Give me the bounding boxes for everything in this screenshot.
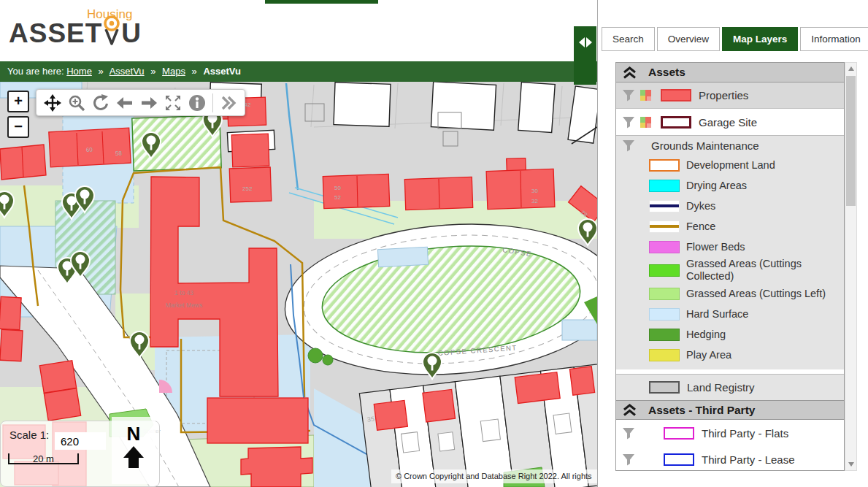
panel-collapse-toggle[interactable] [574,26,596,85]
scale-input[interactable] [55,432,106,450]
layer-row-hedging[interactable]: Hedging [616,324,844,345]
layer-row-third-party-flats[interactable]: Third Party - Flats [616,420,844,446]
breadcrumb-home[interactable]: Home [66,66,92,77]
swatch-third-party-lease [664,453,694,466]
swatch-hard-surface [649,308,680,321]
layer-row-flower-beds[interactable]: Flower Beds [616,237,844,257]
scale-panel: Scale 1: 20 m N [0,421,160,487]
toolbar-separator [212,93,213,112]
logo-housing: Housing [87,7,132,22]
layer-row-fence[interactable]: Fence [616,216,844,237]
swatch-garage-site [661,116,691,129]
layer-row-dykes[interactable]: Dykes [616,196,844,216]
north-arrow-icon [120,445,147,471]
swatch-grassed-left [649,288,680,300]
scale-bar: 20 m [8,453,79,464]
svg-text:60: 60 [86,147,93,153]
collapse-section-icon [623,404,637,416]
layer-row-development-land[interactable]: Development Land [616,155,844,175]
layer-list: Assets Properties Garage Site [615,62,845,471]
swatch-land-registry [649,381,680,394]
svg-text:32: 32 [531,198,538,204]
swatch-play-area [649,349,680,361]
rotate-tool-icon[interactable] [92,94,110,112]
market-mews-label: 1 to 43 [174,289,193,296]
filter-icon[interactable] [622,453,635,466]
swatch-properties [661,89,691,101]
assetvu-app: ASSET U Housing Maps Help Logout You are… [0,0,868,487]
theme-style-icon[interactable] [640,117,651,128]
breadcrumb-maps[interactable]: Maps [162,66,185,77]
map-number-35: 35 [366,415,375,423]
breadcrumb-prefix: You are here: [7,66,64,77]
collapse-right-icon [586,37,592,47]
map-toolbar [36,89,245,116]
scroll-down-arrow[interactable] [845,459,856,470]
filter-icon[interactable] [622,427,635,440]
full-extent-icon[interactable] [164,94,182,112]
swatch-hedging [649,329,680,341]
breadcrumb-current: AssetVu [203,66,241,77]
tab-overview[interactable]: Overview [657,27,720,51]
scroll-up-arrow[interactable] [845,63,856,74]
layer-row-hard-surface[interactable]: Hard Surface [616,304,844,324]
north-label: N [112,423,155,445]
breadcrumb: You are here: Home » AssetVu » Maps » As… [0,61,597,82]
tab-map-layers[interactable]: Map Layers [722,27,798,51]
layer-row-properties[interactable]: Properties [616,83,844,109]
zoom-in-button[interactable]: + [7,91,29,112]
layer-row-third-party-lease[interactable]: Third Party - Lease [616,446,844,471]
top-green-strip [265,0,378,4]
svg-text:52: 52 [334,194,341,201]
scale-label: Scale 1: [9,429,49,441]
swatch-grassed-collected [649,264,680,277]
zoom-out-button[interactable]: − [7,116,29,138]
panel-scrollbar[interactable] [845,62,857,471]
map-canvas[interactable]: 35 COPSE COPSE CRESCENT Shelter 60 58 24… [0,82,597,487]
svg-text:58: 58 [115,150,123,157]
layer-row-grassed-left[interactable]: Grassed Areas (Cuttings Left) [616,283,844,304]
map-copyright: © Crown Copyright and Database Right 202… [391,469,597,483]
swatch-drying-areas [649,180,680,192]
logo-text-asset: ASSET [9,18,102,50]
info-tool-icon[interactable] [188,94,206,112]
svg-text:50: 50 [334,185,341,191]
swatch-third-party-flats [664,427,694,440]
tab-information[interactable]: Information [800,27,868,51]
tab-search[interactable]: Search [602,27,655,51]
layer-row-land-registry[interactable]: Land Registry [616,374,844,400]
breadcrumb-assetvu[interactable]: AssetVu [110,66,145,77]
filter-icon[interactable] [622,139,635,152]
section-header-third-party[interactable]: Assets - Third Party [616,400,844,420]
zoom-tool-icon[interactable] [68,94,85,112]
more-tools-icon[interactable] [220,94,237,112]
collapse-section-icon [623,66,637,79]
collapse-left-icon [579,37,585,47]
swatch-dykes [649,200,680,212]
grounds-maintenance-title[interactable]: Grounds Maintenance [616,136,844,155]
layer-row-drying-areas[interactable]: Drying Areas [616,175,844,196]
pan-tool-icon[interactable] [44,94,61,112]
filter-icon[interactable] [622,89,635,101]
forward-arrow-icon[interactable] [140,94,158,112]
logo-text-u: U [121,18,142,50]
svg-text:30: 30 [531,188,538,194]
north-indicator: N [112,417,155,484]
filter-icon[interactable] [622,116,635,129]
theme-style-icon[interactable] [640,90,651,101]
layer-row-grassed-collected[interactable]: Grassed Areas (Cuttings Collected) [616,257,844,283]
app-logo: ASSET U Housing [9,13,142,50]
layer-row-garage-site[interactable]: Garage Site [616,109,844,135]
back-arrow-icon[interactable] [116,94,134,112]
swatch-fence [649,221,680,233]
panel-tabs: Search Overview Map Layers Information [602,27,868,51]
scroll-thumb[interactable] [846,76,856,206]
layer-row-play-area[interactable]: Play Area [616,345,844,365]
svg-text:252: 252 [242,185,253,192]
layer-group-grounds-maintenance: Grounds Maintenance Development Land Dry… [616,135,844,369]
section-header-assets[interactable]: Assets [616,63,844,83]
swatch-development-land [649,159,680,172]
swatch-flower-beds [649,241,680,253]
svg-text:Market Mews: Market Mews [166,302,203,309]
